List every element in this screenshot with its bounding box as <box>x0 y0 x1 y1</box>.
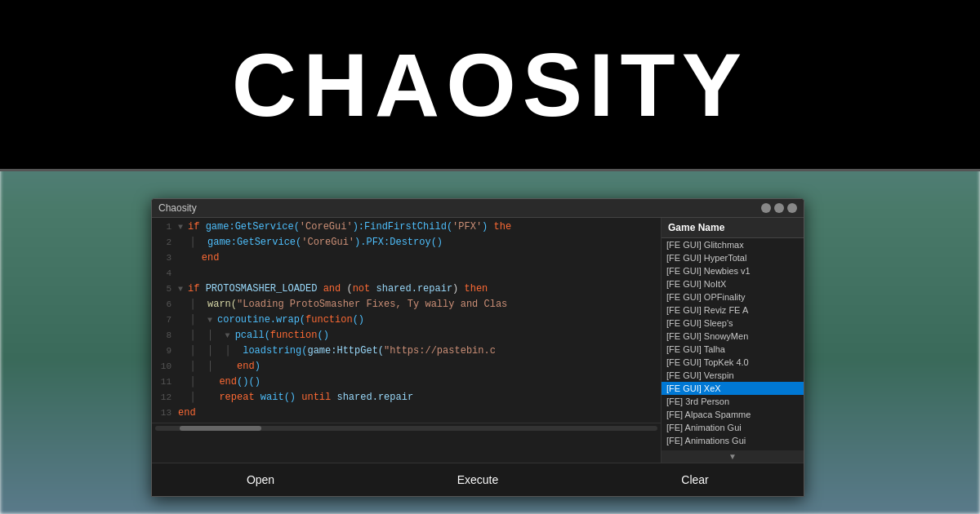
code-line: 10 │ │ end) <box>152 361 661 376</box>
game-list-panel: Game Name [FE GUI] Glitchmax [FE GUI] Hy… <box>661 218 804 463</box>
code-line: 9 │ │ │ loadstring(game:HttpGet("https:/… <box>152 345 661 361</box>
list-item[interactable]: [FE GUI] Verspin <box>662 369 804 382</box>
code-line: 2 │ game:GetService('CoreGui').PFX:Destr… <box>152 237 661 252</box>
window-titlebar: Chaosity <box>152 199 804 218</box>
close-button[interactable] <box>787 203 797 213</box>
code-line: 3 end <box>152 252 661 268</box>
list-item[interactable]: [FE GUI] OPFinality <box>662 290 804 304</box>
scrollbar-area <box>152 423 661 432</box>
window-title: Chaosity <box>158 202 197 214</box>
list-item[interactable]: [FE] Animation Gui <box>662 421 804 434</box>
main-window: Chaosity 1 ▼ if game:GetService('CoreGui… <box>151 198 804 497</box>
list-item[interactable]: [FE] 3rd Person <box>662 395 804 408</box>
list-item[interactable]: [FE GUI] TopKek 4.0 <box>662 356 804 369</box>
open-button[interactable]: Open <box>152 470 369 490</box>
list-item[interactable]: [FE GUI] Glitchmax <box>662 238 804 251</box>
clear-button[interactable]: Clear <box>586 470 804 490</box>
list-item[interactable]: [FE GUI] HyperTotal <box>662 251 804 264</box>
window-controls <box>761 203 797 213</box>
list-item[interactable]: [FE GUI] SnowyMen <box>662 330 804 343</box>
code-line: 5 ▼ if PROTOSMASHER_LOADED and (not shar… <box>152 283 661 299</box>
code-line: 4 <box>152 268 661 283</box>
game-list-header: Game Name <box>662 218 804 238</box>
list-item[interactable]: [FE GUI] Sleep's <box>662 317 804 330</box>
maximize-button[interactable] <box>774 203 784 213</box>
scrollbar-track[interactable] <box>155 426 657 431</box>
list-item[interactable]: [FE] Alpaca Spamme <box>662 408 804 421</box>
list-item[interactable]: [FE GUI] Reviz FE A <box>662 304 804 317</box>
code-line: 11 │ end()() <box>152 376 661 392</box>
execute-button[interactable]: Execute <box>369 470 586 490</box>
scrollbar-thumb[interactable] <box>180 426 261 431</box>
content-area: Chaosity 1 ▼ if game:GetService('CoreGui… <box>0 174 980 514</box>
app-title: CHAOSITY <box>232 40 748 130</box>
code-line: 12 │ repeat wait() until shared.repair <box>152 392 661 407</box>
code-line: 1 ▼ if game:GetService('CoreGui'):FindFi… <box>152 221 661 237</box>
code-line: 6 │ warn("Loading ProtoSmasher Fixes, Ty… <box>152 299 661 314</box>
list-item[interactable]: [FE] Animations Gui <box>662 434 804 447</box>
code-line: 8 │ │ ▼ pcall(function() <box>152 330 661 345</box>
code-line: 7 │ ▼ coroutine.wrap(function() <box>152 314 661 330</box>
list-item-selected[interactable]: [FE GUI] XeX <box>662 382 804 395</box>
code-line: 13 end <box>152 407 661 423</box>
minimize-button[interactable] <box>761 203 771 213</box>
scroll-down-arrow[interactable]: ▼ <box>662 450 804 463</box>
top-banner: CHAOSITY <box>0 0 980 171</box>
code-editor[interactable]: 1 ▼ if game:GetService('CoreGui'):FindFi… <box>152 218 661 463</box>
list-item[interactable]: [FE GUI] Talha <box>662 343 804 356</box>
window-body: 1 ▼ if game:GetService('CoreGui'):FindFi… <box>152 218 804 463</box>
list-item[interactable]: [FE GUI] Newbies v1 <box>662 264 804 277</box>
window-footer: Open Execute Clear <box>152 463 804 496</box>
game-list-scroll[interactable]: [FE GUI] Glitchmax [FE GUI] HyperTotal [… <box>662 238 804 450</box>
list-item[interactable]: [FE GUI] NoItX <box>662 277 804 290</box>
list-item[interactable]: [FE] Animations Gui 2 <box>662 447 804 450</box>
